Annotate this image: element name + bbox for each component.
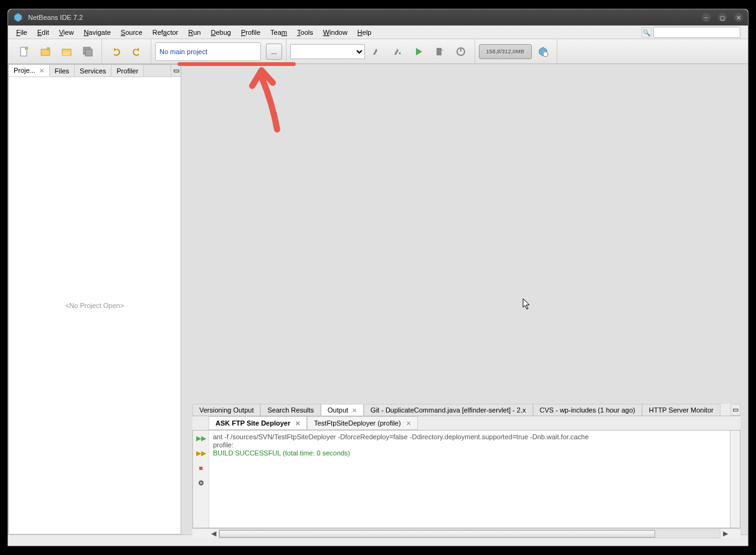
left-tabs: Proje... ✕ Files Services Profiler ▭ bbox=[9, 65, 181, 77]
subtab-label: ASK FTP Site Deployer bbox=[215, 419, 290, 427]
minimize-panel-button[interactable]: ▭ bbox=[171, 65, 181, 77]
scroll-right-button[interactable]: ▶ bbox=[721, 529, 730, 538]
menu-edit[interactable]: Edit bbox=[33, 27, 54, 37]
gc-button[interactable] bbox=[533, 42, 553, 61]
menu-window[interactable]: Window bbox=[319, 27, 352, 37]
svg-rect-4 bbox=[47, 47, 50, 50]
tab-http-server-monitor[interactable]: HTTP Server Monitor bbox=[642, 404, 721, 416]
output-subtabs: ASK FTP Site Deployer ✕ TestFtpSiteDeplo… bbox=[192, 416, 740, 430]
tab-cvs[interactable]: CVS - wp-includes (1 hour ago) bbox=[533, 404, 642, 416]
svg-point-11 bbox=[543, 52, 548, 57]
tab-search-results[interactable]: Search Results bbox=[260, 404, 321, 416]
debug-button[interactable] bbox=[430, 42, 450, 61]
no-project-label: <No Project Open> bbox=[65, 302, 124, 309]
annotation-arrow-icon bbox=[249, 67, 286, 137]
svg-rect-2 bbox=[25, 47, 28, 50]
new-project-button[interactable] bbox=[35, 42, 55, 61]
open-project-button[interactable] bbox=[57, 42, 77, 61]
output-line: profile: bbox=[213, 441, 234, 449]
tab-label: Proje... bbox=[14, 67, 35, 74]
close-icon[interactable]: ✕ bbox=[406, 420, 411, 427]
profile-button[interactable] bbox=[451, 42, 471, 61]
menu-refactor[interactable]: Refactor bbox=[148, 27, 183, 37]
search-icon[interactable]: 🔍 bbox=[641, 27, 651, 37]
undo-button[interactable] bbox=[106, 42, 126, 61]
menu-team[interactable]: Team bbox=[266, 27, 291, 37]
memory-indicator[interactable]: 158,8/312,0MB bbox=[479, 44, 532, 59]
main-project-selector[interactable]: No main project bbox=[155, 42, 261, 61]
menu-view[interactable]: View bbox=[55, 27, 78, 37]
menu-navigate[interactable]: Navigate bbox=[79, 27, 115, 37]
tab-label: CVS - wp-includes (1 hour ago) bbox=[540, 406, 635, 414]
tab-output[interactable]: Output ✕ bbox=[321, 404, 364, 416]
tab-git[interactable]: Git - DuplicateCommand.java [elfinder-se… bbox=[364, 404, 532, 416]
menu-debug[interactable]: Debug bbox=[206, 27, 235, 37]
output-window: ▶▶ ▶▶ ■ ⚙ ant -f /sources/SVN/TestFtpSit… bbox=[192, 430, 740, 528]
tab-label: Search Results bbox=[267, 406, 314, 414]
svg-marker-0 bbox=[14, 13, 22, 22]
projects-view: <No Project Open> bbox=[9, 77, 181, 534]
menu-source[interactable]: Source bbox=[116, 27, 147, 37]
redo-button[interactable] bbox=[127, 42, 147, 61]
vertical-scrollbar[interactable] bbox=[730, 431, 740, 528]
menu-profile[interactable]: Profile bbox=[237, 27, 265, 37]
menu-file[interactable]: File bbox=[12, 27, 32, 37]
horizontal-scrollbar[interactable]: ◀ ▶ bbox=[192, 528, 740, 538]
config-selector[interactable] bbox=[290, 44, 365, 59]
tab-label: HTTP Server Monitor bbox=[649, 406, 714, 414]
titlebar: NetBeans IDE 7.2 − ◻ ✕ bbox=[8, 9, 748, 26]
output-line: ant -f /sources/SVN/TestFtpSiteDeployer … bbox=[213, 433, 588, 441]
tab-label: Profiler bbox=[116, 67, 138, 75]
output-toolbar: ▶▶ ▶▶ ■ ⚙ bbox=[193, 431, 209, 528]
tab-files[interactable]: Files bbox=[50, 65, 75, 77]
bottom-tabs: Versioning Output Search Results Output … bbox=[192, 404, 740, 416]
scroll-track[interactable] bbox=[219, 529, 721, 538]
window-title: NetBeans IDE 7.2 bbox=[28, 14, 702, 21]
settings-button[interactable]: ⚙ bbox=[196, 478, 206, 488]
scroll-left-button[interactable]: ◀ bbox=[209, 529, 219, 538]
subtab-ask-ftp-deployer[interactable]: ASK FTP Site Deployer ✕ bbox=[209, 416, 307, 430]
menu-run[interactable]: Run bbox=[184, 27, 205, 37]
tab-label: Files bbox=[55, 67, 69, 75]
stop-button[interactable]: ■ bbox=[196, 463, 206, 473]
bottom-panel: Versioning Output Search Results Output … bbox=[192, 404, 740, 538]
menu-help[interactable]: Help bbox=[353, 27, 376, 37]
ide-window: NetBeans IDE 7.2 − ◻ ✕ File Edit View Na… bbox=[7, 9, 749, 546]
tab-services[interactable]: Services bbox=[75, 65, 111, 77]
maximize-button[interactable]: ◻ bbox=[718, 13, 727, 22]
close-icon[interactable]: ✕ bbox=[39, 67, 44, 74]
close-icon[interactable]: ✕ bbox=[295, 420, 300, 427]
rerun-with-button[interactable]: ▶▶ bbox=[196, 448, 206, 458]
close-button[interactable]: ✕ bbox=[734, 13, 743, 22]
save-all-button[interactable] bbox=[78, 42, 98, 61]
tab-label: Versioning Output bbox=[199, 406, 253, 414]
output-line: BUILD SUCCESSFUL (total time: 0 seconds) bbox=[213, 449, 350, 457]
tab-label: Output bbox=[328, 406, 348, 414]
menu-tools[interactable]: Tools bbox=[293, 27, 318, 37]
main-toolbar: No main project ... 158,8/312,0MB bbox=[8, 39, 748, 64]
svg-rect-8 bbox=[437, 48, 442, 55]
run-button[interactable] bbox=[409, 42, 428, 61]
quick-search: 🔍 bbox=[641, 27, 740, 38]
main-project-browse-button[interactable]: ... bbox=[266, 44, 282, 60]
output-text-area[interactable]: ant -f /sources/SVN/TestFtpSiteDeployer … bbox=[209, 431, 730, 528]
minimize-button[interactable]: − bbox=[702, 13, 711, 22]
tab-profiler[interactable]: Profiler bbox=[111, 65, 144, 77]
menubar: File Edit View Navigate Source Refactor … bbox=[8, 26, 748, 39]
subtab-test-ftp-deployer[interactable]: TestFtpSiteDeployer (profile) ✕ bbox=[307, 416, 417, 430]
quick-search-input[interactable] bbox=[653, 27, 740, 38]
tab-label: Git - DuplicateCommand.java [elfinder-se… bbox=[371, 406, 526, 414]
scroll-thumb[interactable] bbox=[219, 530, 655, 538]
tab-projects[interactable]: Proje... ✕ bbox=[9, 65, 50, 77]
maximize-panel-button[interactable]: ▭ bbox=[730, 404, 740, 416]
tab-versioning-output[interactable]: Versioning Output bbox=[192, 404, 260, 416]
app-icon bbox=[13, 12, 23, 22]
rerun-button[interactable]: ▶▶ bbox=[196, 433, 206, 443]
new-file-button[interactable] bbox=[14, 42, 34, 61]
svg-rect-7 bbox=[85, 49, 92, 56]
clean-build-button[interactable] bbox=[387, 42, 407, 61]
tab-label: Services bbox=[80, 67, 106, 75]
annotation-underline bbox=[177, 62, 296, 66]
close-icon[interactable]: ✕ bbox=[352, 407, 357, 414]
build-button[interactable] bbox=[366, 42, 386, 61]
